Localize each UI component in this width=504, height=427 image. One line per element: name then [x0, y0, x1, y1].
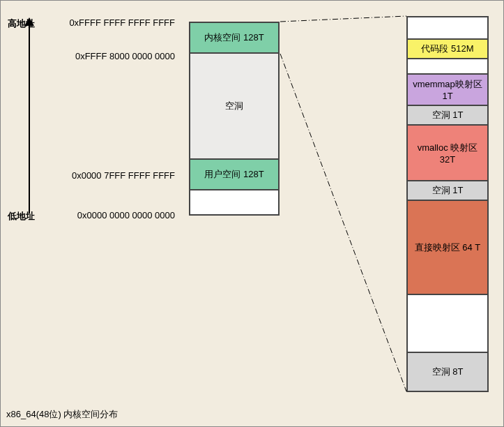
seg-kernel-space: 内核空间 128T: [190, 22, 279, 53]
address-4: 0x0000 0000 0000 0000: [63, 210, 175, 220]
connector-top: [280, 16, 406, 22]
connector-bottom: [280, 54, 406, 391]
address-2: 0xFFFF 8000 0000 0000: [63, 51, 175, 61]
seg-vmalloc: vmalloc 映射区 32T: [407, 125, 488, 181]
low-address-label: 低地址: [8, 210, 35, 223]
seg-code: 代码段 512M: [407, 39, 488, 59]
address-space-column: 内核空间 128T 空洞 用户空间 128T: [189, 22, 280, 216]
seg-user-space: 用户空间 128T: [190, 159, 279, 190]
kernel-detail-column: 代码段 512M vmemmap映射区 1T 空洞 1T vmalloc 映射区…: [406, 16, 489, 392]
diagram-caption: x86_64(48位) 内核空间分布: [6, 408, 118, 421]
seg-direct-map: 直接映射区 64 T: [407, 200, 488, 294]
seg-hole-8t: 空洞 8T: [407, 352, 488, 391]
address-1: 0xFFFF FFFF FFFF FFFF: [63, 17, 175, 28]
high-address-label: 高地址: [8, 17, 35, 30]
seg-kernel-top-blank: [407, 17, 488, 39]
seg-hole-1t-a: 空洞 1T: [407, 105, 488, 125]
address-3: 0x0000 7FFF FFFF FFFF: [63, 170, 175, 181]
seg-lower-blank: [407, 294, 488, 352]
address-axis-line: [29, 22, 30, 214]
seg-bottom-blank: [190, 190, 279, 215]
seg-vmemmap: vmemmap映射区 1T: [407, 74, 488, 105]
seg-hole-1t-b: 空洞 1T: [407, 181, 488, 200]
seg-blank-below-code: [407, 59, 488, 74]
seg-hole: 空洞: [190, 53, 279, 159]
